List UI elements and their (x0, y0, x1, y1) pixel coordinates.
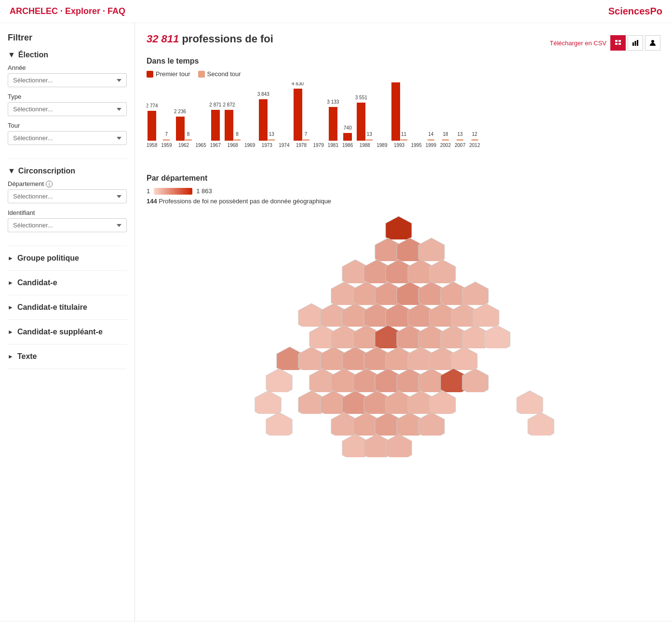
bar-group: 1969 (244, 140, 255, 148)
bar-group: 7401986 (342, 133, 353, 148)
sidebar: Filtrer ▼ Élection Année Sélectionner...… (0, 23, 135, 621)
legend: Premier tour Second tour (147, 70, 660, 78)
table-view-button[interactable] (610, 35, 626, 51)
secondary-bar: 13 (366, 139, 373, 141)
annee-select[interactable]: Sélectionner... (8, 73, 127, 87)
map-scale-start: 1 (147, 187, 150, 195)
chart-view-button[interactable] (628, 35, 643, 51)
secondary-bar: 8 (234, 139, 241, 141)
hex-cell[interactable] (516, 390, 544, 414)
svg-marker-70 (418, 412, 444, 436)
bar-year-label: 1979 (313, 143, 324, 148)
hex-cell[interactable] (483, 324, 511, 348)
primary-bar: 2 774 (148, 111, 156, 141)
svg-marker-78 (527, 412, 553, 436)
bar-group: 71959 (161, 139, 172, 148)
departement-select[interactable]: Sélectionner... (8, 189, 127, 203)
hex-cell[interactable] (254, 390, 282, 414)
svg-marker-75 (255, 391, 281, 414)
identifiant-label: Identifiant (8, 209, 127, 216)
groupe-politique-section: ► Groupe politique (8, 254, 127, 271)
groupe-politique-arrow: ► (8, 255, 13, 262)
hex-cell[interactable] (385, 433, 413, 457)
circonscription-header[interactable]: ▼ Circonscription (8, 167, 127, 175)
view-buttons (610, 35, 660, 51)
groupe-politique-label: Groupe politique (17, 254, 79, 263)
map-legend-gradient (154, 188, 192, 195)
candidat-suppleante-header[interactable]: ► Candidat-e suppléant-e (8, 328, 127, 336)
bar-chart-wrapper: 2 7741958719592 2368196219652 87119672 8… (147, 82, 660, 159)
download-csv-button[interactable]: Télécharger en CSV (550, 40, 606, 47)
candidat-titulaire-arrow: ► (8, 304, 13, 311)
primary-bar: 2 871 (211, 110, 220, 141)
hex-cell[interactable] (461, 368, 489, 392)
svg-rect-1 (618, 40, 621, 42)
candidat-label: Candidat-e (17, 278, 57, 287)
election-header[interactable]: ▼ Élection (8, 51, 127, 59)
header-nav: ARCHELEC · Explorer · FAQ (10, 6, 125, 16)
texte-section: ► Texte (8, 352, 127, 369)
svg-rect-6 (637, 40, 638, 46)
hex-cell[interactable] (385, 215, 413, 239)
bar-year-label: 1978 (296, 143, 307, 148)
hex-cell[interactable] (450, 346, 478, 370)
secondary-bar: 13 (268, 139, 275, 141)
bar-year-label: 1999 (426, 143, 436, 148)
table-icon (615, 40, 621, 46)
svg-marker-23 (462, 282, 488, 305)
primary-bar: 2 872 (225, 110, 233, 141)
map-note-count: 144 (147, 198, 157, 205)
identifiant-select[interactable]: Sélectionner... (8, 218, 127, 232)
tour-select[interactable]: Sélectionner... (8, 131, 127, 145)
bar-year-label: 2012 (470, 143, 480, 148)
hex-cell[interactable] (265, 368, 293, 392)
map-note: 144 Professions de foi ne possèdent pas … (147, 198, 660, 205)
chart-icon (632, 40, 639, 46)
candidat-titulaire-label: Candidat-e titulaire (17, 303, 87, 312)
type-select[interactable]: Sélectionner... (8, 102, 127, 116)
secondary-bar: 18 (442, 139, 449, 141)
election-section: ▼ Élection Année Sélectionner... Type Sé… (8, 51, 127, 159)
legend-second-label: Second tour (207, 70, 241, 78)
bar-group: 1979 (313, 140, 324, 148)
hex-cell[interactable] (461, 281, 489, 305)
hex-cell[interactable] (265, 411, 293, 436)
bar-group: 1974 (279, 140, 289, 148)
bar-group: 141999 (426, 139, 436, 148)
primary-bar: 5 837 (391, 82, 400, 141)
texte-header[interactable]: ► Texte (8, 352, 127, 361)
bar-year-label: 1965 (196, 143, 206, 148)
groupe-politique-header[interactable]: ► Groupe politique (8, 254, 127, 263)
bar-year-label: 1986 (342, 143, 353, 148)
hex-cell[interactable] (429, 390, 457, 414)
bar-group: 5 837111993 (391, 82, 407, 148)
candidat-header[interactable]: ► Candidat-e (8, 278, 127, 287)
count-text: 32 811 (147, 33, 179, 45)
hex-cell[interactable] (472, 303, 500, 327)
legend-premier: Premier tour (147, 70, 190, 78)
bar-group: 1965 (196, 140, 206, 148)
hex-cell[interactable] (429, 259, 457, 283)
svg-marker-50 (451, 347, 477, 370)
hex-cell[interactable] (527, 411, 555, 436)
bar-year-label: 1962 (178, 143, 189, 148)
election-label: Élection (18, 51, 48, 59)
person-view-button[interactable] (645, 35, 660, 51)
tour-label: Tour (8, 122, 127, 129)
sidebar-title: Filtrer (8, 33, 127, 43)
bar-group: 1989 (376, 140, 387, 148)
candidat-arrow: ► (8, 279, 13, 286)
hex-cell[interactable] (417, 411, 445, 436)
candidat-titulaire-header[interactable]: ► Candidat-e titulaire (8, 303, 127, 312)
secondary-bar: 12 (471, 139, 478, 141)
bar-group: 2 87281968 (225, 110, 241, 148)
bar-group: 182002 (440, 139, 451, 148)
map-legend: 1 1 863 (147, 187, 660, 195)
bar-group: 3 551131988 (357, 103, 373, 148)
bar-year-label: 2007 (455, 143, 465, 148)
bar-year-label: 2002 (440, 143, 451, 148)
primary-bar: 2 236 (176, 117, 185, 141)
map-scale-end: 1 863 (196, 187, 212, 195)
hex-cell[interactable] (417, 237, 445, 261)
svg-rect-5 (635, 41, 636, 46)
